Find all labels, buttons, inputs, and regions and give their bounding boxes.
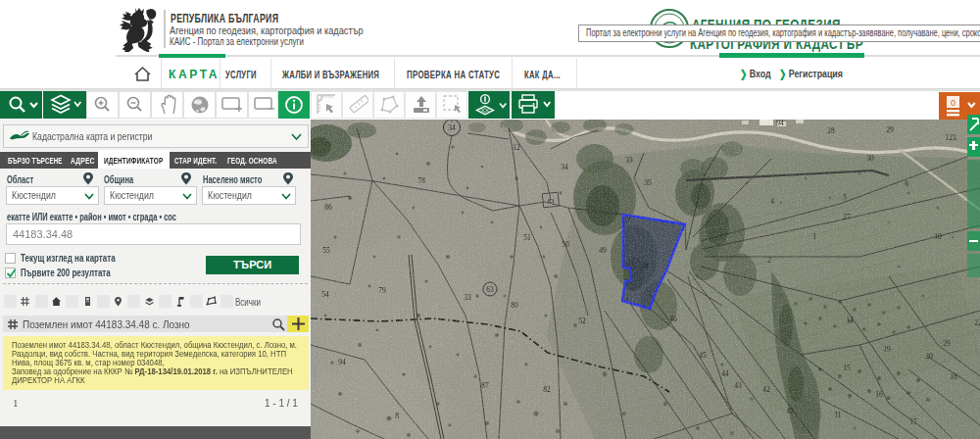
svg-text:0: 0 — [951, 98, 956, 108]
